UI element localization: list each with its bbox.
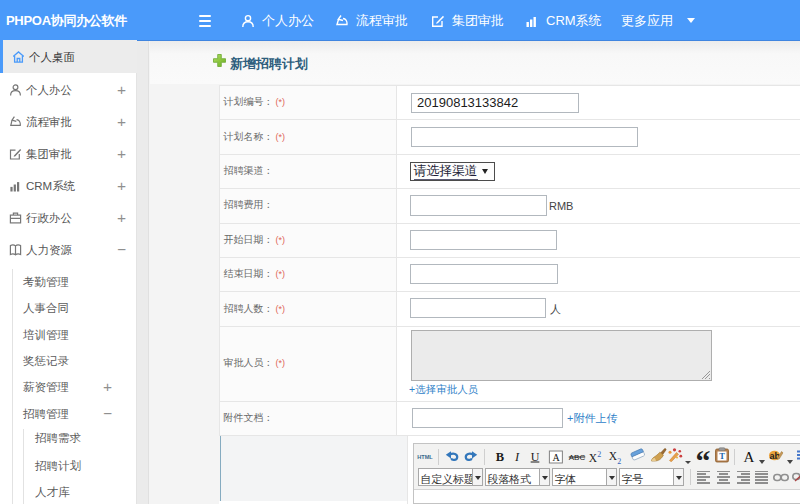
- svg-text:T: T: [719, 451, 725, 461]
